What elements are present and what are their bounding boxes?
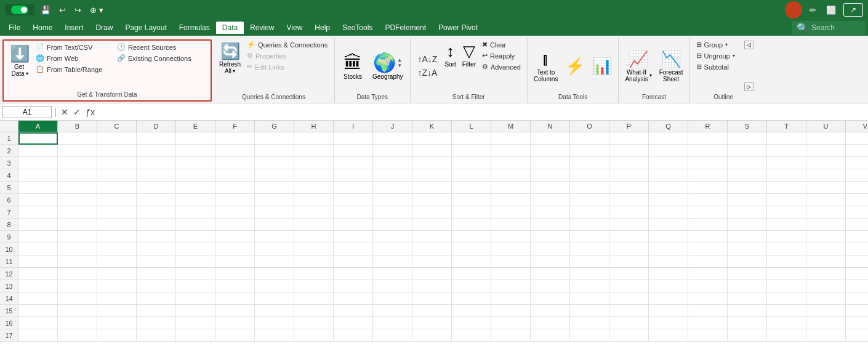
cell-F12[interactable] (215, 268, 255, 280)
cell-H6[interactable] (294, 194, 334, 206)
cell-U17[interactable] (806, 329, 846, 342)
cell-P1[interactable] (609, 132, 649, 145)
cell-O6[interactable] (570, 194, 609, 206)
cell-P15[interactable] (609, 305, 649, 317)
cell-J14[interactable] (373, 292, 412, 305)
cell-F14[interactable] (215, 292, 255, 305)
cell-I16[interactable] (334, 317, 373, 329)
cell-D7[interactable] (137, 206, 176, 219)
cell-N14[interactable] (531, 292, 570, 305)
cell-V4[interactable] (846, 169, 868, 182)
cell-I3[interactable] (334, 157, 373, 169)
cell-T16[interactable] (767, 317, 806, 329)
cell-B12[interactable] (58, 268, 97, 280)
cell-C12[interactable] (97, 268, 137, 280)
col-header-D[interactable]: D (137, 121, 176, 132)
col-header-V[interactable]: V (846, 121, 868, 132)
geography-scroll-up[interactable]: ▲ (397, 57, 402, 63)
menu-item-view[interactable]: View (281, 22, 309, 34)
cell-R17[interactable] (688, 329, 728, 342)
cell-H11[interactable] (294, 255, 334, 268)
cell-H4[interactable] (294, 169, 334, 182)
cell-L1[interactable] (452, 132, 491, 145)
cell-U11[interactable] (806, 255, 846, 268)
cell-L14[interactable] (452, 292, 491, 305)
cell-M16[interactable] (491, 317, 531, 329)
from-table-range-button[interactable]: 📋 From Table/Range (33, 64, 113, 74)
cell-F1[interactable] (215, 132, 255, 145)
restore-button[interactable]: ⬜ (824, 4, 838, 16)
cell-A15[interactable] (18, 305, 58, 317)
reapply-button[interactable]: ↩ Reapply (480, 50, 523, 61)
col-header-N[interactable]: N (531, 121, 570, 132)
cell-O3[interactable] (570, 157, 609, 169)
cell-G6[interactable] (255, 194, 294, 206)
existing-connections-button[interactable]: 🔗 Existing Connections (115, 53, 207, 63)
cell-N5[interactable] (531, 182, 570, 194)
autosave-toggle[interactable] (11, 6, 28, 14)
cell-D6[interactable] (137, 194, 176, 206)
cell-H2[interactable] (294, 145, 334, 157)
pen-icon[interactable]: ✏ (807, 4, 819, 16)
cancel-formula-button[interactable]: ✕ (59, 107, 70, 118)
cell-V9[interactable] (846, 231, 868, 243)
refresh-all-button[interactable]: 🔄 Refresh All ▾ (217, 39, 243, 92)
cell-E12[interactable] (176, 268, 215, 280)
cell-E4[interactable] (176, 169, 215, 182)
col-header-C[interactable]: C (97, 121, 137, 132)
cell-R7[interactable] (688, 206, 728, 219)
cell-Q12[interactable] (649, 268, 688, 280)
cell-G17[interactable] (255, 329, 294, 342)
cell-L9[interactable] (452, 231, 491, 243)
refresh-all-label[interactable]: All ▾ (225, 68, 235, 74)
cell-J8[interactable] (373, 219, 412, 231)
cell-P10[interactable] (609, 243, 649, 255)
cell-U12[interactable] (806, 268, 846, 280)
cell-N7[interactable] (531, 206, 570, 219)
cell-U4[interactable] (806, 169, 846, 182)
cell-E16[interactable] (176, 317, 215, 329)
cell-Q1[interactable] (649, 132, 688, 145)
cell-M15[interactable] (491, 305, 531, 317)
get-data-button[interactable]: ⬇️ Get Data ▾ (7, 42, 32, 90)
cell-J13[interactable] (373, 280, 412, 292)
cell-J1[interactable] (373, 132, 412, 145)
cell-S3[interactable] (728, 157, 767, 169)
cell-C14[interactable] (97, 292, 137, 305)
cell-D12[interactable] (137, 268, 176, 280)
cell-T9[interactable] (767, 231, 806, 243)
cell-N3[interactable] (531, 157, 570, 169)
text-to-columns-button[interactable]: ⫿ Text toColumns (531, 47, 560, 85)
cell-C8[interactable] (97, 219, 137, 231)
cell-V3[interactable] (846, 157, 868, 169)
cell-I6[interactable] (334, 194, 373, 206)
outline-expand-button[interactable]: ▷ (744, 82, 753, 91)
cell-M14[interactable] (491, 292, 531, 305)
cell-K10[interactable] (412, 243, 452, 255)
cell-N2[interactable] (531, 145, 570, 157)
cell-E1[interactable] (176, 132, 215, 145)
cell-A14[interactable] (18, 292, 58, 305)
get-data-dropdown[interactable]: Data ▾ (11, 70, 28, 77)
cell-L11[interactable] (452, 255, 491, 268)
menu-item-review[interactable]: Review (244, 22, 280, 34)
menu-item-file[interactable]: File (2, 22, 26, 34)
cell-F8[interactable] (215, 219, 255, 231)
cell-J6[interactable] (373, 194, 412, 206)
cell-R12[interactable] (688, 268, 728, 280)
cell-V16[interactable] (846, 317, 868, 329)
cell-O4[interactable] (570, 169, 609, 182)
cell-L7[interactable] (452, 206, 491, 219)
cell-E9[interactable] (176, 231, 215, 243)
cell-K11[interactable] (412, 255, 452, 268)
cell-R1[interactable] (688, 132, 728, 145)
cell-U6[interactable] (806, 194, 846, 206)
cell-A12[interactable] (18, 268, 58, 280)
cell-S15[interactable] (728, 305, 767, 317)
cell-B7[interactable] (58, 206, 97, 219)
cell-F7[interactable] (215, 206, 255, 219)
cell-E7[interactable] (176, 206, 215, 219)
cell-P14[interactable] (609, 292, 649, 305)
cell-C6[interactable] (97, 194, 137, 206)
cell-K8[interactable] (412, 219, 452, 231)
